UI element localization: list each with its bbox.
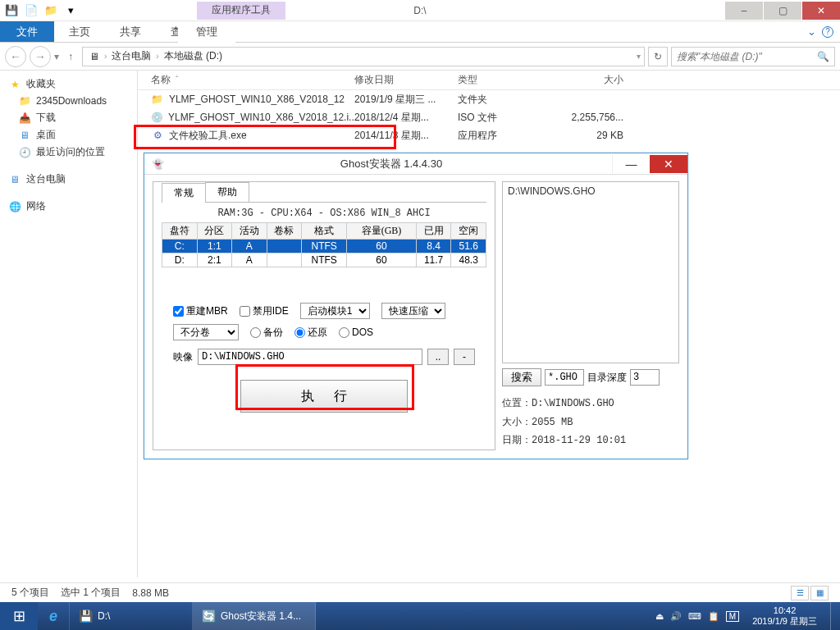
ribbon-home-tab[interactable]: 主页 xyxy=(54,21,105,42)
safe-remove-icon[interactable]: ⏏ xyxy=(655,611,664,622)
taskbar-ghost[interactable]: 🔄Ghost安装器 1.4... xyxy=(193,602,316,630)
th-fmt[interactable]: 格式 xyxy=(302,223,347,240)
search-input[interactable] xyxy=(677,51,817,62)
action-center-icon[interactable]: 📋 xyxy=(708,611,719,622)
start-button[interactable]: ⊞ xyxy=(0,602,38,630)
sidebar-desktop[interactable]: 🖥桌面 xyxy=(2,126,135,144)
cell: 51.6 xyxy=(451,240,486,253)
gho-listbox[interactable]: D:\WINDOWS.GHO xyxy=(502,181,679,363)
taskbar-ie[interactable]: e xyxy=(38,602,70,630)
qat-dropdown-icon[interactable]: ▾ xyxy=(62,2,79,19)
depth-input[interactable] xyxy=(630,369,660,386)
taskbar-explorer-d[interactable]: 💾D:\ xyxy=(70,602,193,630)
search-button[interactable]: 搜索 xyxy=(502,368,541,386)
qat-properties-icon[interactable]: 📄 xyxy=(23,2,39,19)
nav-history-dropdown[interactable]: ▾ xyxy=(54,51,59,62)
ime-icon[interactable]: M xyxy=(726,611,739,622)
sidebar: ★收藏夹 📁2345Downloads 📥下载 🖥桌面 🕘最近访问的位置 🖥这台… xyxy=(0,71,138,578)
ghost-installer-window: 👻 Ghost安装器 1.4.4.30 — ✕ 常规 帮助 RAM:3G - C… xyxy=(144,153,688,459)
th-part[interactable]: 分区 xyxy=(197,223,232,240)
col-type[interactable]: 类型 xyxy=(453,73,546,87)
ribbon-file-tab[interactable]: 文件 xyxy=(0,21,54,42)
file-row[interactable]: 💿YLMF_GHOST_WIN10_X86_V2018_12.i... 2018… xyxy=(138,108,840,126)
search-icon[interactable]: 🔍 xyxy=(817,51,829,62)
address-bar[interactable]: 🖥 › 这台电脑 › 本地磁盘 (D:) ▾ xyxy=(82,47,645,66)
size-label: 大小： xyxy=(502,416,532,427)
ribbon-caret-icon[interactable]: ⌄ xyxy=(807,25,816,38)
taskbar-clock[interactable]: 10:42 2019/1/9 星期三 xyxy=(746,605,824,626)
cell: NTFS xyxy=(302,253,347,267)
compress-select[interactable]: 快速压缩 xyxy=(381,303,445,319)
th-disk[interactable]: 盘符 xyxy=(162,223,198,240)
ribbon-help[interactable]: ⌄ ? xyxy=(801,21,840,42)
nav-forward-button[interactable]: → xyxy=(30,46,51,67)
backup-radio[interactable]: 备份 xyxy=(250,326,283,340)
sidebar-2345downloads[interactable]: 📁2345Downloads xyxy=(2,93,135,109)
qat-folder-icon[interactable]: 📁 xyxy=(43,2,59,19)
execute-button[interactable]: 执行 xyxy=(240,380,408,413)
file-row[interactable]: 📁YLMF_GHOST_WIN10_X86_V2018_12 2019/1/9 … xyxy=(138,90,840,108)
maximize-button[interactable]: ▢ xyxy=(764,2,801,20)
volume-icon[interactable]: 🔊 xyxy=(670,611,682,622)
ext-input[interactable] xyxy=(545,369,584,386)
cell: 60 xyxy=(347,240,417,253)
remove-button[interactable]: - xyxy=(454,349,475,365)
help-icon[interactable]: ? xyxy=(822,26,833,38)
th-vol[interactable]: 卷标 xyxy=(267,223,302,240)
network-icon: 🌐 xyxy=(8,200,21,213)
boot-module-select[interactable]: 启动模块1 xyxy=(300,303,370,319)
clock-date: 2019/1/9 星期三 xyxy=(752,616,817,627)
col-date[interactable]: 修改日期 xyxy=(349,73,453,87)
nav-up-button[interactable]: ↑ xyxy=(62,48,79,65)
nav-back-button[interactable]: ← xyxy=(5,46,26,67)
th-cap[interactable]: 容量(GB) xyxy=(347,223,417,240)
sidebar-item-label: 收藏夹 xyxy=(26,77,56,91)
view-details-icon[interactable]: ☰ xyxy=(791,586,809,600)
keyboard-icon[interactable]: ⌨ xyxy=(688,611,701,622)
disk-row-c[interactable]: C: 1:1 A NTFS 60 8.4 51.6 xyxy=(162,240,486,253)
window-title: D:\ xyxy=(0,5,840,16)
restore-radio[interactable]: 还原 xyxy=(294,326,327,340)
sidebar-favorites[interactable]: ★收藏夹 xyxy=(2,75,135,93)
clock-time: 10:42 xyxy=(752,605,817,616)
ghost-tab-general[interactable]: 常规 xyxy=(162,183,206,203)
split-select[interactable]: 不分卷 xyxy=(173,324,239,340)
disable-ide-checkbox[interactable]: 禁用IDE xyxy=(240,304,289,318)
address-dropdown-icon[interactable]: ▾ xyxy=(637,52,641,61)
col-size[interactable]: 大小 xyxy=(546,73,628,87)
ghost-titlebar[interactable]: 👻 Ghost安装器 1.4.4.30 — ✕ xyxy=(144,153,687,175)
show-desktop-button[interactable] xyxy=(830,602,837,630)
search-box[interactable]: 🔍 xyxy=(671,47,835,66)
ribbon-manage-tab[interactable]: 管理 xyxy=(178,21,235,43)
breadcrumb-d[interactable]: 本地磁盘 (D:) xyxy=(161,49,226,63)
close-button[interactable]: ✕ xyxy=(802,2,840,20)
ghost-tab-help[interactable]: 帮助 xyxy=(205,182,249,202)
sidebar-network[interactable]: 🌐网络 xyxy=(2,198,135,215)
sidebar-pc[interactable]: 🖥这台电脑 xyxy=(2,171,135,188)
sidebar-downloads[interactable]: 📥下载 xyxy=(2,109,135,126)
image-path-input[interactable] xyxy=(198,349,422,365)
minimize-button[interactable]: – xyxy=(725,2,763,20)
cell: 48.3 xyxy=(451,253,486,267)
breadcrumb-pc[interactable]: 这台电脑 xyxy=(108,49,154,63)
ribbon-share-tab[interactable]: 共享 xyxy=(105,21,156,42)
refresh-button[interactable]: ↻ xyxy=(648,47,668,66)
cell: 1:1 xyxy=(197,240,232,253)
ghost-close-button[interactable]: ✕ xyxy=(650,155,687,173)
th-free[interactable]: 空闲 xyxy=(451,223,486,240)
sidebar-recent[interactable]: 🕘最近访问的位置 xyxy=(2,144,135,161)
rebuild-mbr-checkbox[interactable]: 重建MBR xyxy=(173,304,228,318)
dos-radio[interactable]: DOS xyxy=(339,326,373,338)
col-name[interactable]: 名称 xyxy=(151,73,171,87)
chevron-right-icon[interactable]: › xyxy=(104,52,107,61)
th-active[interactable]: 活动 xyxy=(232,223,267,240)
chevron-right-icon[interactable]: › xyxy=(156,52,158,61)
disk-row-d[interactable]: D: 2:1 A NTFS 60 11.7 48.3 xyxy=(162,253,486,267)
file-name: YLMF_GHOST_WIN10_X86_V2018_12 xyxy=(169,94,345,105)
sidebar-item-label: 最近访问的位置 xyxy=(36,145,105,159)
list-item[interactable]: D:\WINDOWS.GHO xyxy=(508,185,673,197)
browse-button[interactable]: .. xyxy=(427,349,449,365)
ghost-minimize-button[interactable]: — xyxy=(612,155,650,173)
th-used[interactable]: 已用 xyxy=(416,223,451,240)
view-icons-icon[interactable]: ▦ xyxy=(810,586,829,600)
